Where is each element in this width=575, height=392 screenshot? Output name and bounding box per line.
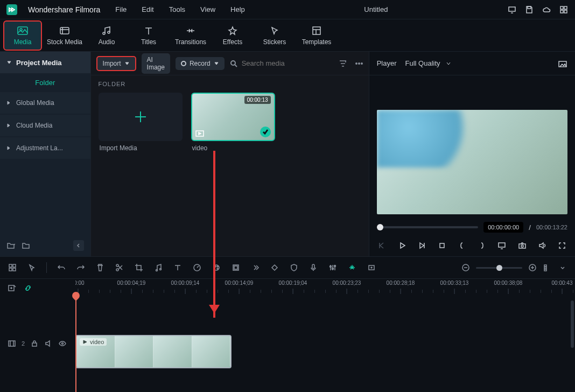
timeline-scrollbar[interactable] <box>571 300 574 348</box>
svg-rect-1 <box>528 6 531 9</box>
link-icon[interactable] <box>24 284 32 292</box>
folder-icon[interactable] <box>22 242 30 249</box>
lock-icon[interactable] <box>30 339 39 348</box>
svg-rect-5 <box>564 10 567 13</box>
sidebar-header[interactable]: Project Media <box>0 52 90 73</box>
menu-edit[interactable]: Edit <box>142 5 153 13</box>
device-icon[interactable] <box>507 5 517 15</box>
mic-icon[interactable] <box>308 263 318 272</box>
sidebar-folder-label[interactable]: Folder <box>0 73 90 92</box>
zoom-out-icon[interactable] <box>461 263 471 272</box>
svg-rect-8 <box>60 27 69 34</box>
tab-templates[interactable]: Templates <box>297 20 336 51</box>
fullscreen-icon[interactable] <box>557 240 567 251</box>
play-icon[interactable] <box>397 240 408 251</box>
sidebar-item-cloud[interactable]: Cloud Media <box>0 115 90 136</box>
search-icon <box>230 60 237 67</box>
split-icon[interactable] <box>115 263 124 272</box>
menu-file[interactable]: File <box>115 5 127 13</box>
keyframe-icon[interactable] <box>270 263 279 272</box>
undo-icon[interactable] <box>57 263 66 272</box>
mark-out-icon[interactable] <box>476 240 487 251</box>
mask-icon[interactable] <box>231 263 241 272</box>
clip-type-icon <box>195 130 204 137</box>
redo-icon[interactable] <box>76 263 86 272</box>
zoom-in-icon[interactable] <box>528 263 537 272</box>
music-icon[interactable] <box>153 263 163 272</box>
app-logo <box>6 4 17 15</box>
timeline-tracks[interactable]: video <box>75 297 575 392</box>
snapshot-icon[interactable] <box>558 59 567 68</box>
add-track-icon[interactable] <box>8 284 16 292</box>
mixer-icon[interactable] <box>328 263 338 272</box>
menu-tools[interactable]: Tools <box>169 5 185 13</box>
tab-media[interactable]: Media <box>3 20 42 51</box>
prev-frame-icon[interactable] <box>377 240 388 251</box>
collapse-sidebar-icon[interactable] <box>73 240 84 251</box>
svg-rect-11 <box>313 27 320 34</box>
svg-point-10 <box>108 31 110 33</box>
record-button[interactable]: Record <box>176 57 225 70</box>
current-time: 00:00:00:00 <box>483 222 523 233</box>
tab-titles[interactable]: Titles <box>129 20 168 51</box>
media-clip-tile[interactable]: 00:00:13 video <box>191 93 275 155</box>
more-icon[interactable] <box>355 59 363 68</box>
cloud-icon[interactable] <box>542 5 551 15</box>
mute-icon[interactable] <box>44 339 53 348</box>
timeline-ruler[interactable]: 00:0000:00:04;1900:00:09;1400:00:14;0900… <box>75 279 575 297</box>
svg-rect-4 <box>560 10 563 13</box>
ai-image-button[interactable]: AI Image <box>142 53 170 74</box>
grid-icon[interactable] <box>8 263 17 272</box>
svg-point-9 <box>103 32 105 34</box>
play-forward-icon[interactable] <box>417 240 427 251</box>
save-icon[interactable] <box>524 5 534 15</box>
preview-scrubber[interactable] <box>377 226 478 228</box>
crop-icon[interactable] <box>134 263 144 272</box>
sidebar-item-global[interactable]: Global Media <box>0 92 90 114</box>
apps-icon[interactable] <box>559 5 569 15</box>
cursor-icon[interactable] <box>27 263 37 272</box>
svg-point-29 <box>160 269 162 270</box>
marker-icon[interactable] <box>367 263 376 272</box>
timeline-clip[interactable]: video <box>75 335 232 368</box>
svg-rect-19 <box>499 243 505 247</box>
tab-transitions[interactable]: Transitions <box>171 20 210 51</box>
stop-icon[interactable] <box>437 240 447 251</box>
speed-icon[interactable] <box>192 263 202 272</box>
video-track-header[interactable]: 2 <box>0 327 75 360</box>
quality-dropdown[interactable]: Full Quality <box>405 59 451 67</box>
display-icon[interactable] <box>496 240 507 251</box>
menu-view[interactable]: View <box>200 5 215 13</box>
zoom-slider[interactable] <box>476 267 522 269</box>
view-mode-icon[interactable] <box>543 263 552 272</box>
text-icon[interactable] <box>173 263 183 272</box>
svg-rect-0 <box>509 7 515 11</box>
search-input[interactable] <box>241 59 333 68</box>
import-media-tile[interactable]: Import Media <box>99 93 183 155</box>
tab-stickers[interactable]: Stickers <box>255 20 294 51</box>
playhead[interactable] <box>75 297 76 392</box>
tab-audio[interactable]: Audio <box>87 20 126 51</box>
tab-stock-media[interactable]: Stock Media <box>45 20 84 51</box>
ruler-tick: 00:00:28;18 <box>387 280 415 286</box>
sidebar-item-adjustment[interactable]: Adjustment La... <box>0 137 90 159</box>
more-tools-icon[interactable] <box>250 263 260 272</box>
chevron-down-icon <box>6 60 12 65</box>
import-button[interactable]: Import <box>96 56 136 71</box>
preview-video[interactable] <box>377 110 567 214</box>
mark-in-icon[interactable] <box>457 240 467 251</box>
stickers-icon <box>269 25 281 36</box>
camera-icon[interactable] <box>517 240 528 251</box>
menu-help[interactable]: Help <box>230 5 245 13</box>
new-folder-icon[interactable] <box>6 242 15 249</box>
shield-icon[interactable] <box>289 263 299 272</box>
svg-rect-24 <box>9 268 12 271</box>
svg-point-33 <box>217 266 218 267</box>
delete-icon[interactable] <box>95 263 105 272</box>
magnet-icon[interactable] <box>347 263 357 272</box>
tab-effects[interactable]: Effects <box>213 20 252 51</box>
volume-icon[interactable] <box>537 240 548 251</box>
filter-icon[interactable] <box>339 59 347 68</box>
chevron-down-icon[interactable] <box>558 263 567 272</box>
eye-icon[interactable] <box>58 339 67 348</box>
